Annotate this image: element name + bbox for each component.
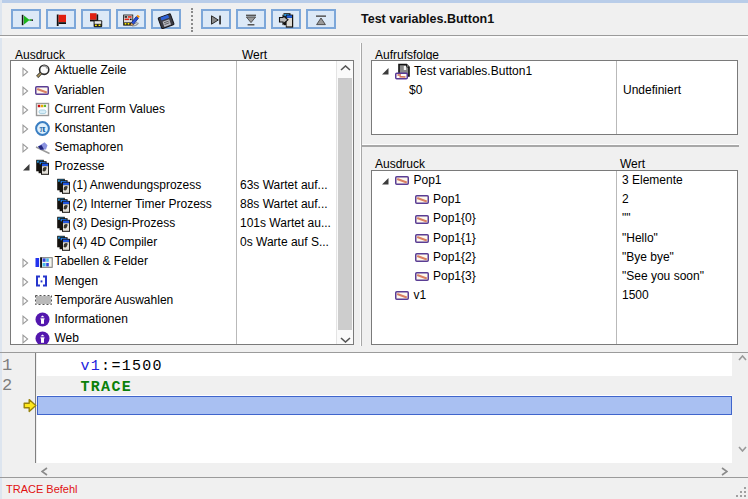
svg-text:π: π bbox=[39, 122, 45, 134]
